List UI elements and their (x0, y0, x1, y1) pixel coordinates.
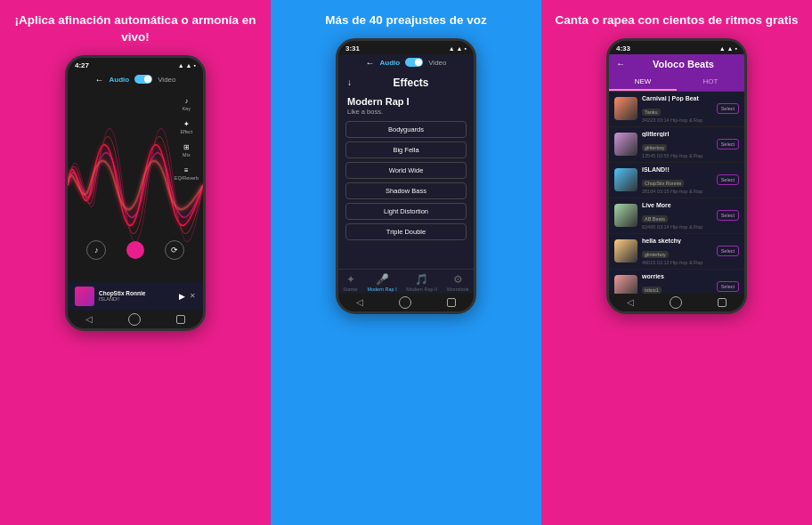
key-icon-group[interactable]: ♪ Key (183, 97, 191, 111)
phone2-main: ↓ Effects Modern Rap I Like a boss. Body… (338, 71, 474, 294)
effect-btn-3[interactable]: Shadow Bass (345, 182, 467, 199)
key-icon: ♪ (184, 97, 188, 105)
nav-back-1[interactable]: ◁ (85, 314, 93, 324)
tab-audio-1[interactable]: Audio (110, 76, 130, 84)
beat-artist: Tanku (642, 109, 661, 116)
nav-recent-2[interactable] (447, 298, 456, 307)
beat-select-btn[interactable]: Select (717, 210, 739, 221)
loop-btn[interactable]: ⟳ (165, 240, 184, 260)
tab-video-1[interactable]: Video (158, 76, 175, 84)
back-arrow-3[interactable]: ← (616, 59, 625, 69)
eq-icon-group[interactable]: ≡ EQ/Reverb (175, 166, 199, 181)
beats-title: Voloco Beats (629, 59, 737, 69)
record-btn[interactable] (126, 241, 144, 259)
panel-1-title: ¡Aplica afinación automática o armonía e… (12, 12, 258, 46)
np-play-btn[interactable]: ▶ (179, 292, 185, 301)
side-icons: ♪ Key ✦ Effect ⊞ Mix ≡ EQ/Reverb (175, 97, 199, 181)
phone-navbar-2: ◁ (338, 294, 474, 311)
back-btn-2[interactable]: ← (366, 58, 375, 68)
music-note-btn[interactable]: ♪ (86, 240, 106, 260)
beat-thumbnail (614, 133, 637, 156)
download-icon[interactable]: ↓ (347, 77, 352, 87)
nav-recent-1[interactable] (176, 315, 185, 324)
effect-btn-4[interactable]: Light Distortion (345, 203, 467, 220)
status-bar-1: 4:27 ▲ ▲ ▪ (68, 58, 203, 71)
tab-video-2[interactable]: Video (428, 59, 446, 67)
status-icons-3: ▲ ▲ ▪ (719, 45, 737, 52)
beats-header: ← Voloco Beats (609, 54, 744, 74)
time-1: 4:27 (75, 61, 89, 69)
signal-icon-2: ▲ (449, 45, 455, 52)
beat-row[interactable]: Carnival | Pop BeatTanku34223 03:14 Hip-… (609, 92, 744, 127)
wifi-icon-3: ▲ (727, 45, 734, 52)
np-subtitle: ISLAND!! (99, 296, 175, 302)
beat-select-btn[interactable]: Select (717, 281, 739, 292)
key-label: Key (183, 106, 191, 111)
beat-row[interactable]: glittergirlglitterboy13545 02:55 Hip-hop… (609, 127, 744, 163)
nav-back-3[interactable]: ◁ (627, 297, 634, 307)
wormhole-label: Wormhole (447, 287, 469, 292)
nav-home-1[interactable] (128, 313, 141, 326)
preset-tab-rap1[interactable]: 🎤 Modern Rap I (367, 273, 396, 292)
tab-hot[interactable]: HOT (677, 74, 744, 91)
effect-btn-2[interactable]: World Wide (345, 162, 467, 179)
preset-tab-rap2[interactable]: 🎵 Modern Rap II (406, 273, 437, 292)
nav-recent-3[interactable] (718, 298, 727, 307)
preset-tab-starter[interactable]: ✦ Starter (343, 273, 358, 292)
beat-row[interactable]: hella sketchyglinterboy46015 02:12 Hip-h… (609, 234, 744, 270)
beat-thumbnail (614, 275, 637, 294)
rap1-label: Modern Rap I (367, 287, 396, 292)
status-icons-2: ▲ ▲ ▪ (449, 45, 467, 52)
beat-artist: tidsio1 (642, 287, 662, 294)
toolbar-1: ← Audio Video (68, 71, 203, 88)
np-close-btn[interactable]: ✕ (190, 292, 196, 300)
effects-header: ↓ Effects (338, 71, 474, 93)
beat-row[interactable]: ISLAND!!ChopStix Ronnie28164 03:15 Hip-h… (609, 163, 744, 198)
panel-2-title: Más de 40 preajustes de voz (283, 12, 529, 29)
effect-icon-group[interactable]: ✦ Effect (180, 120, 192, 134)
beat-info: worriestidsio14169 03:28 Hip-hop & Rap (642, 273, 712, 294)
beat-select-btn[interactable]: Select (717, 103, 739, 114)
np-controls: ▶ ✕ (179, 292, 196, 301)
tab-audio-2[interactable]: Audio (380, 59, 401, 67)
beat-meta: 34223 03:14 Hip-hop & Rap (642, 117, 712, 123)
signal-icon-3: ▲ (719, 45, 726, 52)
effect-btn-0[interactable]: Bodyguards (345, 121, 467, 138)
gradient-left-3 (541, 0, 555, 525)
effect-btn-1[interactable]: Big Fella (345, 141, 467, 158)
tab-new[interactable]: NEW (609, 74, 677, 91)
effect-btn-5[interactable]: Triple Double (345, 223, 467, 240)
nav-back-2[interactable]: ◁ (356, 297, 363, 307)
beat-meta: 62466 03:14 Hip-hop & Rap (642, 224, 712, 230)
nav-home-2[interactable] (399, 296, 411, 309)
beat-title: Live More (642, 202, 712, 208)
nav-home-3[interactable] (670, 296, 682, 309)
now-playing-bar: ChopStix Ronnie ISLAND!! ▶ ✕ (68, 282, 203, 311)
phone-navbar-3: ◁ (609, 294, 744, 311)
toggle-2[interactable] (405, 58, 423, 67)
gradient-right (257, 0, 271, 525)
panel-3-title: Canta o rapea con cientos de ritmos grat… (554, 12, 800, 29)
mix-icon-group[interactable]: ⊞ Mix (183, 143, 191, 158)
gradient-right-blue (528, 0, 541, 525)
eq-label: EQ/Reverb (175, 175, 199, 181)
wifi-icon-2: ▲ (457, 45, 463, 52)
beat-info: hella sketchyglinterboy46015 02:12 Hip-h… (642, 238, 712, 265)
beat-row[interactable]: Live MoreAB Beats62466 03:14 Hip-hop & R… (609, 198, 744, 234)
gradient-right-3 (799, 0, 812, 525)
panel-1: ¡Aplica afinación automática o armonía e… (0, 0, 271, 525)
beats-tabs: NEW HOT (609, 74, 744, 92)
waveform-area: ♪ Key ✦ Effect ⊞ Mix ≡ EQ/Reverb ♪ (68, 88, 203, 282)
status-bar-3: 4:33 ▲ ▲ ▪ (609, 41, 744, 54)
beat-select-btn[interactable]: Select (717, 174, 739, 185)
status-bar-2: 3:31 ▲ ▲ ▪ (338, 41, 474, 54)
beat-select-btn[interactable]: Select (717, 246, 739, 256)
beat-thumbnail (614, 239, 637, 262)
mix-icon: ⊞ (183, 143, 190, 151)
beat-row[interactable]: worriestidsio14169 03:28 Hip-hop & RapSe… (609, 270, 744, 294)
beat-title: ISLAND!! (642, 166, 712, 173)
toggle-1[interactable] (134, 75, 152, 84)
back-btn-1[interactable]: ← (95, 75, 104, 85)
beat-select-btn[interactable]: Select (717, 139, 739, 149)
preset-tab-wormhole[interactable]: ⚙ Wormhole (447, 273, 469, 292)
